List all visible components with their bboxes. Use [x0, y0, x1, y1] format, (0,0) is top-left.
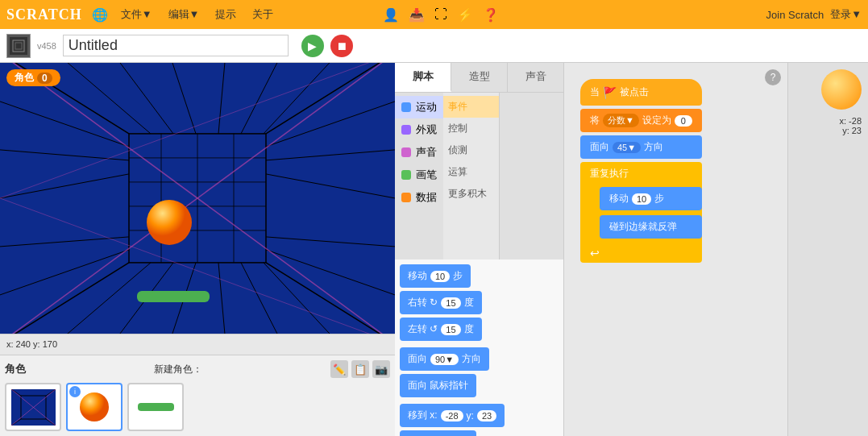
- hat-block-when-flag[interactable]: 当 🚩 被点击: [580, 79, 702, 106]
- category-looks[interactable]: 外观: [395, 118, 443, 141]
- help-top-icon[interactable]: ❓: [483, 7, 499, 23]
- face-unit: 方向: [644, 140, 663, 154]
- block-turn-left[interactable]: 左转 ↺ 15 度: [400, 318, 482, 341]
- subcategories-panel: 事件 控制 侦测 运算 更多积木: [443, 93, 500, 260]
- block-turn-right[interactable]: 右转 ↻ 15 度: [400, 291, 482, 314]
- blocks-list: 移动 10 步 右转 ↻ 15 度 左转 ↺ 15 度 面向 90▼ 方向 面向…: [395, 260, 563, 436]
- block-face-mouse[interactable]: 面向 鼠标指针: [400, 374, 476, 397]
- move-steps-input[interactable]: 10: [430, 271, 450, 282]
- hat-clicked-label: 被点击: [620, 85, 649, 99]
- block-move[interactable]: 移动 10 步: [400, 264, 471, 288]
- script-area[interactable]: 当 🚩 被点击 将 分数▼ 设定为 0 面向 45▼: [564, 63, 787, 436]
- looks-color-dot: [401, 125, 411, 135]
- coord-sprite-preview: [821, 69, 862, 110]
- topbar-right: Join Scratch 登录▼: [766, 7, 862, 22]
- subcat-events[interactable]: 事件: [443, 96, 499, 118]
- sprites-title: 角色: [5, 362, 26, 376]
- stamp-sprite-btn[interactable]: 📋: [351, 360, 369, 378]
- green-flag-button[interactable]: ▶: [301, 35, 324, 57]
- paint-sprite-btn[interactable]: ✏️: [330, 360, 348, 378]
- new-sprite-buttons: ✏️ 📋 📷: [330, 360, 390, 378]
- repeat-header[interactable]: 重复执行: [580, 162, 702, 185]
- stage-width-label: x: 240: [6, 339, 31, 349]
- tabs-panel: 脚本 造型 声音 运动 外观 声音: [395, 63, 564, 436]
- goto-x-input[interactable]: -28: [441, 410, 463, 421]
- category-data[interactable]: 数据: [395, 186, 443, 209]
- repeat-footer: ↩: [580, 243, 702, 263]
- block-goto-mouse[interactable]: 移到 鼠标指针: [400, 430, 476, 436]
- motion-color-dot: [401, 102, 411, 112]
- svg-point-42: [147, 200, 192, 245]
- download-icon[interactable]: 📥: [409, 7, 425, 23]
- goto-y-input[interactable]: 23: [477, 410, 496, 421]
- tabs-header: 脚本 造型 声音: [395, 63, 563, 93]
- stage-background: [0, 63, 395, 334]
- help-button[interactable]: ?: [765, 69, 781, 85]
- menu-edit[interactable]: 编辑▼: [165, 6, 203, 23]
- globe-icon[interactable]: 🌐: [92, 7, 108, 23]
- face-dropdown[interactable]: 45▼: [613, 142, 641, 153]
- set-to-value[interactable]: 0: [675, 115, 692, 127]
- turbo-icon[interactable]: ⚡: [457, 7, 473, 23]
- new-sprite-label: 新建角色：: [154, 363, 202, 376]
- subcat-sensing[interactable]: 侦测: [443, 139, 499, 161]
- sprites-header: 角色 新建角色： ✏️ 📋 📷: [5, 360, 390, 378]
- stop-button[interactable]: ⏹: [330, 35, 353, 57]
- move-block-inner[interactable]: 移动 10 步: [600, 187, 702, 210]
- svg-point-52: [80, 392, 109, 421]
- coords-panel: x: -28 y: 23: [787, 63, 868, 436]
- menu-hints[interactable]: 提示: [212, 6, 239, 23]
- coord-y: y: 23: [842, 126, 862, 135]
- face-dir-input[interactable]: 90▼: [430, 354, 459, 365]
- bounce-block[interactable]: 碰到边缘就反弹: [600, 215, 702, 239]
- join-scratch-btn[interactable]: Join Scratch: [766, 9, 824, 21]
- inner-move-input[interactable]: 10: [632, 193, 651, 205]
- data-color-dot: [401, 193, 411, 202]
- repeat-block-container: 重复执行 移动 10 步 碰到边缘就反弹: [580, 162, 702, 263]
- face-direction-block[interactable]: 面向 45▼ 方向: [580, 135, 702, 159]
- hat-when-label: 当: [590, 85, 600, 99]
- score-label: 角色: [15, 71, 34, 85]
- category-pen[interactable]: 画笔: [395, 164, 443, 186]
- menu-about[interactable]: 关于: [249, 6, 276, 23]
- turn-left-input[interactable]: 15: [441, 324, 460, 335]
- upload-icon[interactable]: 👤: [383, 7, 399, 23]
- fullscreen-icon[interactable]: ⛶: [434, 7, 447, 22]
- subcat-control[interactable]: 控制: [443, 118, 499, 139]
- block-face-direction[interactable]: 面向 90▼ 方向: [400, 347, 489, 371]
- tab-costumes[interactable]: 造型: [451, 63, 508, 92]
- svg-rect-0: [10, 37, 27, 55]
- sprite-item-ball[interactable]: i: [66, 383, 123, 431]
- project-title-input[interactable]: [63, 35, 289, 56]
- script-container: 当 🚩 被点击 将 分数▼ 设定为 0 面向 45▼: [580, 79, 702, 263]
- block-goto-xy[interactable]: 移到 x: -28 y: 23: [400, 404, 505, 427]
- subcat-operators[interactable]: 运算: [443, 161, 499, 183]
- coord-x: x: -28: [839, 116, 862, 126]
- stage-thumbnail: [6, 34, 31, 58]
- camera-sprite-btn[interactable]: 📷: [372, 360, 390, 378]
- data-label: 数据: [416, 190, 437, 205]
- category-sound[interactable]: 声音: [395, 141, 443, 164]
- turn-right-input[interactable]: 15: [441, 297, 460, 309]
- face-label: 面向: [590, 140, 609, 154]
- tab-sounds[interactable]: 声音: [508, 63, 563, 92]
- sprite-item-paddle[interactable]: [127, 383, 184, 431]
- scratch-logo: SCRATCH: [6, 6, 82, 23]
- set-to-label: 设定为: [642, 114, 671, 127]
- sprite-item-bg[interactable]: [5, 383, 61, 431]
- stage-canvas: 角色 0: [0, 63, 395, 334]
- stage-height-label: y: 170: [33, 339, 57, 349]
- sprite-info-btn[interactable]: i: [69, 386, 81, 397]
- pen-label: 画笔: [416, 168, 437, 182]
- var-dropdown[interactable]: 分数▼: [603, 114, 639, 127]
- signin-btn[interactable]: 登录▼: [830, 7, 862, 22]
- tab-scripts[interactable]: 脚本: [395, 63, 451, 92]
- block-editor-area: 脚本 造型 声音 运动 外观 声音: [395, 63, 868, 436]
- category-motion[interactable]: 运动: [395, 96, 443, 118]
- menu-file[interactable]: 文件▼: [118, 6, 156, 23]
- set-score-block[interactable]: 将 分数▼ 设定为 0: [580, 109, 702, 132]
- sound-color-dot: [401, 147, 411, 157]
- subcat-more[interactable]: 更多积木: [443, 183, 499, 205]
- svg-rect-43: [137, 291, 210, 302]
- score-value: 0: [37, 73, 52, 84]
